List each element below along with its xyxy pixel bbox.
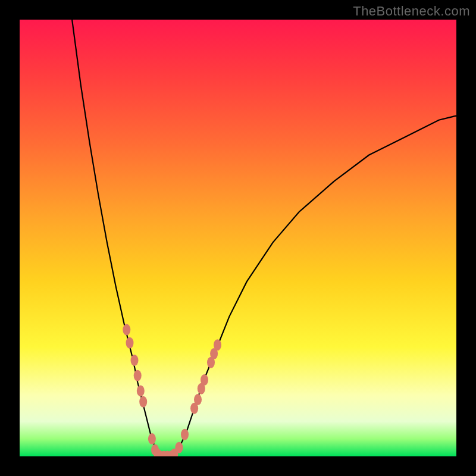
data-marker: [139, 396, 147, 408]
data-marker: [194, 394, 202, 405]
data-marker: [123, 324, 130, 336]
data-marker: [131, 355, 139, 366]
curve-svg: [20, 20, 456, 456]
data-marker: [214, 339, 221, 350]
data-marker: [134, 370, 142, 381]
data-marker: [181, 429, 189, 440]
plot-area: [20, 20, 456, 456]
chart-frame: TheBottleneck.com: [0, 0, 476, 476]
data-marker: [175, 442, 183, 453]
data-marker: [137, 385, 145, 396]
bottleneck-curve: [72, 20, 456, 456]
watermark-text: TheBottleneck.com: [353, 4, 470, 19]
data-marker: [201, 374, 208, 386]
data-marker: [148, 433, 156, 444]
marker-group: [123, 324, 221, 456]
data-marker: [126, 337, 134, 349]
